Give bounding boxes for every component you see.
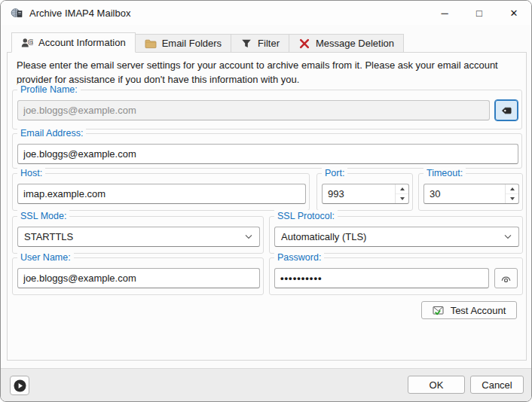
port-spinner <box>322 184 409 204</box>
ssl-protocol-value: Automatically (TLS) <box>281 231 366 242</box>
password-group: Password: <box>269 257 523 295</box>
ssl-protocol-select[interactable]: Automatically (TLS) <box>274 227 519 247</box>
arrow-up-icon <box>400 187 405 190</box>
reveal-password-button[interactable] <box>494 268 518 288</box>
profile-name-group: Profile Name: <box>12 90 522 129</box>
tab-account-information[interactable]: @ Account Information <box>11 32 136 53</box>
chevron-down-icon <box>245 234 252 239</box>
ssl-mode-value: STARTTLS <box>24 231 73 242</box>
ssl-mode-label: SSL Mode: <box>17 210 69 222</box>
bottom-bar: OK Cancel <box>1 368 531 401</box>
edit-profile-name-button[interactable] <box>494 99 518 121</box>
tab-label: Filter <box>258 38 280 49</box>
person-at-icon: @ <box>21 37 33 49</box>
reveal-eye-icon <box>500 273 512 284</box>
timeout-spin-down-button[interactable] <box>506 194 518 203</box>
port-input[interactable] <box>323 184 395 203</box>
port-spin-up-button[interactable] <box>396 184 408 194</box>
email-address-group: Email Address: <box>12 133 522 169</box>
close-button[interactable]: ✕ <box>497 1 531 25</box>
user-name-label: User Name: <box>17 251 74 263</box>
host-group: Host: <box>12 173 310 211</box>
host-label: Host: <box>17 167 45 179</box>
timeout-spinner <box>423 184 519 204</box>
play-icon <box>14 379 26 392</box>
arrow-up-icon <box>510 187 515 190</box>
user-name-input[interactable] <box>17 268 260 288</box>
tab-filter[interactable]: Filter <box>231 34 289 53</box>
maximize-icon: □ <box>476 8 482 19</box>
app-icon <box>11 7 23 19</box>
timeout-spin-up-button[interactable] <box>506 184 518 194</box>
minimize-button[interactable]: ─ <box>427 1 462 25</box>
port-group: Port: <box>316 173 413 211</box>
svg-text:@: @ <box>28 37 33 45</box>
tab-email-folders[interactable]: Email Folders <box>135 34 231 53</box>
ssl-mode-select[interactable]: STARTTLS <box>17 227 260 247</box>
ssl-mode-group: SSL Mode: STARTTLS <box>12 216 264 254</box>
window-title: Archive IMAP4 Mailbox <box>29 8 130 19</box>
timeout-label: Timeout: <box>423 167 466 179</box>
tab-label: Account Information <box>38 37 126 48</box>
minimize-icon: ─ <box>441 8 448 19</box>
test-account-label: Test Account <box>451 305 506 316</box>
tab-label: Message Deletion <box>316 38 394 49</box>
profile-name-label: Profile Name: <box>17 84 81 96</box>
folder-icon <box>145 38 157 50</box>
email-address-input[interactable] <box>17 144 518 164</box>
password-input[interactable] <box>274 268 489 288</box>
close-icon: ✕ <box>510 8 518 19</box>
red-x-icon <box>298 38 310 50</box>
email-address-label: Email Address: <box>17 127 86 139</box>
port-label: Port: <box>322 167 347 179</box>
arrow-down-icon <box>400 197 405 200</box>
port-spin-down-button[interactable] <box>396 194 408 203</box>
arrow-down-icon <box>510 197 515 200</box>
maximize-button[interactable]: □ <box>462 1 497 25</box>
dialog-archive-imap4-mailbox: Archive IMAP4 Mailbox ─ □ ✕ @ Account In… <box>0 0 532 402</box>
ssl-protocol-group: SSL Protocol: Automatically (TLS) <box>269 216 523 254</box>
cancel-label: Cancel <box>482 379 512 391</box>
tab-message-deletion[interactable]: Message Deletion <box>289 34 404 53</box>
account-information-panel: Please enter the email server settings f… <box>7 52 527 361</box>
ok-label: OK <box>430 379 444 391</box>
tag-icon <box>500 105 512 117</box>
funnel-icon <box>240 38 252 50</box>
cancel-button[interactable]: Cancel <box>470 376 524 394</box>
user-name-group: User Name: <box>12 257 264 295</box>
help-video-button[interactable] <box>10 376 29 395</box>
ok-button[interactable]: OK <box>408 376 465 394</box>
envelope-check-icon <box>433 305 445 316</box>
timeout-input[interactable] <box>424 184 505 203</box>
profile-name-input[interactable] <box>17 100 490 120</box>
password-label: Password: <box>274 251 324 263</box>
tab-label: Email Folders <box>162 38 222 49</box>
host-input[interactable] <box>17 184 306 204</box>
timeout-group: Timeout: <box>418 173 523 211</box>
title-bar: Archive IMAP4 Mailbox ─ □ ✕ <box>1 1 531 25</box>
chevron-down-icon <box>504 234 512 239</box>
test-account-button[interactable]: Test Account <box>421 301 517 319</box>
tab-strip: @ Account Information Email Folders Filt… <box>11 32 404 53</box>
intro-text: Please enter the email server settings f… <box>17 59 517 87</box>
ssl-protocol-label: SSL Protocol: <box>274 210 338 222</box>
